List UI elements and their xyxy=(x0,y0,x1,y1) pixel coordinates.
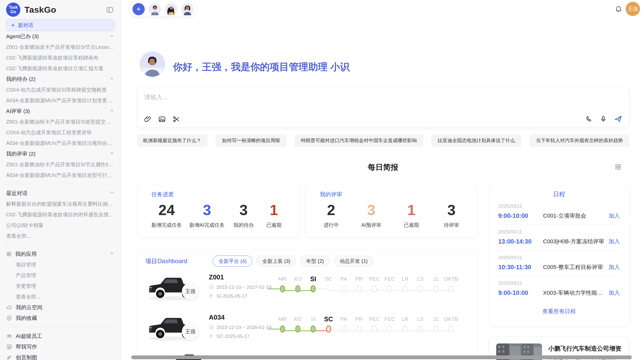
session-avatar[interactable] xyxy=(181,3,194,15)
app-item[interactable]: 产品管理 xyxy=(6,270,115,281)
milestone-label: SI xyxy=(305,314,321,324)
chevron-up-icon[interactable] xyxy=(109,251,115,258)
stat: 3 我的待办 xyxy=(232,202,255,229)
dashboard-filter-tab[interactable]: 年型 (2) xyxy=(300,256,330,267)
section-title: AI评审 (3) xyxy=(6,108,30,115)
join-link[interactable]: 加入 xyxy=(609,263,620,271)
milestone-label: PA xyxy=(336,314,352,324)
layout-grid-icon[interactable] xyxy=(614,163,622,171)
chevron-up-icon[interactable] xyxy=(109,151,115,157)
user-avatar[interactable]: 王强 xyxy=(626,2,640,16)
dashboard-filter-tab[interactable]: 动总开发 (1) xyxy=(334,256,373,267)
milestone-label: J1 xyxy=(428,314,443,324)
sidebar-item-drawing[interactable]: 创意制图 xyxy=(6,352,115,360)
milestone: SI xyxy=(305,314,321,336)
recent-section-header[interactable]: 最近对话 xyxy=(6,188,115,199)
sidebar-section-header[interactable]: AI评审 (3) xyxy=(6,106,115,116)
recent-conversation-item[interactable]: 解释最新出台的欧盟报废车法规再生塑料比例被调至15%... xyxy=(6,199,115,209)
sidebar-section: AI评审 (3) Z001-全新燃油轻卡产品开发项目SI造型提交物评审C0X4-… xyxy=(6,106,115,148)
dashboard-filter-tab[interactable]: 全新上装 (3) xyxy=(256,256,296,267)
sidebar-section-header[interactable]: 我的评审 (2) xyxy=(6,148,115,159)
recent-items: 解释最新出台的欧盟报废车法规再生塑料比例被调至15%...C02-飞腾新能源轻客… xyxy=(6,199,115,231)
sidebar-task-item[interactable]: A034-全新新能源MUV产品开发项目法规符合性评审 xyxy=(6,138,115,148)
view-all-schedule-link[interactable]: 查看所有日程 xyxy=(498,302,620,315)
sidebar-task-item[interactable]: C0X4-动力总成开发项目SI里程碑提交物检查 xyxy=(6,84,115,95)
send-icon[interactable] xyxy=(614,115,622,123)
suggestion-chip[interactable]: 欧洲新规最近颁布了什么？ xyxy=(137,134,208,147)
divider xyxy=(6,327,115,327)
app-item[interactable]: 项目管理 xyxy=(6,259,115,270)
sidebar-section-header[interactable]: Agent已办 (3) xyxy=(6,31,115,42)
stat-value: 1 xyxy=(400,202,423,218)
milestone: FEC xyxy=(382,274,397,296)
project-row[interactable]: 王强 A034 2023-12-19 ~ 2026-01-19 SC-2025-… xyxy=(137,307,477,347)
milestone-node xyxy=(402,325,407,333)
stat: 24 新增完成任务 xyxy=(151,202,182,229)
apps-section-header[interactable]: 我的应用 xyxy=(6,249,115,259)
join-link[interactable]: 加入 xyxy=(609,212,620,220)
sidebar-item-ai-staff[interactable]: AI超级员工 xyxy=(6,331,115,341)
sidebar-task-item[interactable]: Z001-全新燃油皮卡产品开发项目SI节点Lesson Learn报告 xyxy=(6,42,115,52)
schedule-time: 9:00-10:00 xyxy=(498,212,543,219)
sidebar-item-writing[interactable]: 帮我写作 xyxy=(6,341,115,352)
collapse-sidebar-icon[interactable] xyxy=(106,6,114,14)
schedule-title: 日程 xyxy=(498,190,620,198)
milestone: SC xyxy=(321,314,336,336)
sidebar-task-item[interactable]: C02-飞腾新能源轻客改款项目里程碑画布 xyxy=(6,52,115,63)
stat: 1 已逾期 xyxy=(262,202,285,229)
schedule-time: 13:00-14:30 xyxy=(498,238,543,245)
project-row[interactable]: 王强 Z001 2023-12-19 ~ 2027-01-19 SI-2025-… xyxy=(137,267,477,307)
phone-icon[interactable] xyxy=(585,115,593,123)
suggestion-chip[interactable]: 比亚迪全固态电池计划具体说了什么 xyxy=(431,134,521,147)
session-avatar[interactable] xyxy=(165,3,177,15)
milestone-label: FEC xyxy=(382,314,397,324)
milestone-node xyxy=(357,325,362,333)
horizontal-scrollbar[interactable] xyxy=(131,355,632,359)
join-link[interactable]: 加入 xyxy=(609,289,620,297)
join-link[interactable]: 加入 xyxy=(609,238,620,245)
app-item[interactable]: 变更管理 xyxy=(6,281,115,291)
schedule-date: 2025/03/11 xyxy=(498,255,620,260)
chevron-up-icon[interactable] xyxy=(109,190,115,197)
microphone-icon[interactable] xyxy=(599,115,607,123)
chevron-up-icon[interactable] xyxy=(109,33,115,40)
session-avatar[interactable] xyxy=(149,3,161,15)
milestone-label: PEC xyxy=(367,314,382,324)
schedule-date: 2025/03/11 xyxy=(498,280,620,286)
sidebar-task-item[interactable]: A034-全新新能源MUV产品开发项目造型可行性评审 xyxy=(6,170,115,181)
sidebar-item-label: 我的收藏 xyxy=(16,314,37,322)
new-session-button[interactable] xyxy=(133,3,145,15)
chevron-up-icon[interactable] xyxy=(109,76,115,83)
sidebar-task-item[interactable]: C02-飞腾新能源轻客改款项目立项汇报方案 xyxy=(6,63,115,74)
dashboard-filter-tab[interactable]: 全新平台 (4) xyxy=(213,256,252,267)
sidebar-item-cloud-space[interactable]: 我的云空间 xyxy=(6,302,115,313)
milestone: PR xyxy=(352,274,367,296)
sidebar-task-item[interactable]: Z001-全新燃油轻卡产品开发项目SI造型提交物评审 xyxy=(6,116,115,127)
schedule-item: 2025/03/11 9:00-10:00 C001-立项审批会 加入 xyxy=(498,199,620,225)
image-icon[interactable] xyxy=(158,115,166,123)
notification-bell-icon[interactable] xyxy=(614,5,623,13)
new-chat-button[interactable]: 新对话 xyxy=(6,19,115,31)
paperclip-icon[interactable] xyxy=(144,115,152,123)
milestone: KO xyxy=(290,314,305,336)
sidebar-task-item[interactable]: C0X4-动力总成开发项目工程变更评审 xyxy=(6,127,115,138)
scissors-icon[interactable] xyxy=(172,115,180,123)
sidebar-task-item[interactable]: Z001-全新燃油轻卡产品开发项目SI节点属性5D文件评审 xyxy=(6,159,115,170)
view-all-conversations[interactable]: 查看全部... xyxy=(6,231,115,241)
dashboard-tabs: 全新平台 (4)全新上装 (3)年型 (2)动总开发 (1) xyxy=(213,256,373,267)
project-flag-text: SI-2025-05-17 xyxy=(216,293,247,299)
sidebar-task-item[interactable]: A034-全新新能源MUV产品开发项目计划变更表编写 xyxy=(6,95,115,106)
sidebar-section-header[interactable]: 我的待办 (2) xyxy=(6,74,115,84)
suggestion-chip[interactable]: 特朗普可能对进口汽车增税会对中国车企造成哪些影响 xyxy=(295,134,423,147)
sidebar-section: Agent已办 (3) Z001-全新燃油皮卡产品开发项目SI节点Lesson … xyxy=(6,31,115,74)
suggestion-chip[interactable]: 当下年轻人对汽车外观有怎样的喜好趋势 xyxy=(530,134,629,147)
recent-conversation-item[interactable]: 公司Q3轻卡销量 xyxy=(6,220,115,231)
sidebar-item-favorites[interactable]: 我的收藏 xyxy=(6,313,115,323)
chat-input[interactable]: 请输入... xyxy=(144,93,449,101)
recent-conversation-item[interactable]: C02-飞腾新能源轻客改款项目的闭环通告反馈情况 xyxy=(6,209,115,220)
milestone-node xyxy=(326,325,331,333)
project-dates: 2023-12-19 ~ 2026-01-19 xyxy=(209,325,272,330)
chevron-up-icon[interactable] xyxy=(109,108,115,115)
view-all-apps[interactable]: 查看全部... xyxy=(6,291,115,302)
suggestion-chip[interactable]: 如何写一份清晰的项目周报 xyxy=(216,134,286,147)
